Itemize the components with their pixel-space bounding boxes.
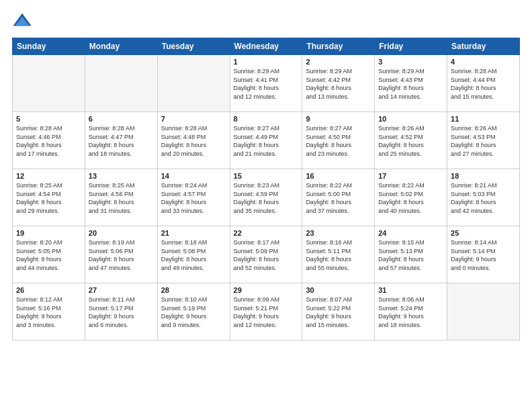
calendar-cell	[85, 55, 157, 112]
calendar-cell: 19Sunrise: 8:20 AM Sunset: 5:05 PM Dayli…	[13, 226, 85, 283]
day-number: 4	[451, 58, 516, 66]
calendar-cell: 18Sunrise: 8:21 AM Sunset: 5:03 PM Dayli…	[447, 169, 520, 226]
day-info: Sunrise: 8:29 AM Sunset: 4:42 PM Dayligh…	[306, 67, 371, 101]
day-info: Sunrise: 8:26 AM Sunset: 4:53 PM Dayligh…	[451, 124, 516, 158]
page: SundayMondayTuesdayWednesdayThursdayFrid…	[0, 0, 532, 411]
week-row-3: 12Sunrise: 8:25 AM Sunset: 4:54 PM Dayli…	[13, 169, 520, 226]
calendar-cell: 7Sunrise: 8:28 AM Sunset: 4:48 PM Daylig…	[157, 112, 230, 169]
calendar-cell: 8Sunrise: 8:27 AM Sunset: 4:49 PM Daylig…	[230, 112, 302, 169]
day-number: 28	[161, 286, 226, 294]
calendar-cell: 24Sunrise: 8:15 AM Sunset: 5:13 PM Dayli…	[375, 226, 447, 283]
day-number: 30	[306, 286, 371, 294]
logo	[12, 11, 36, 31]
calendar-cell: 9Sunrise: 8:27 AM Sunset: 4:50 PM Daylig…	[302, 112, 375, 169]
day-info: Sunrise: 8:27 AM Sunset: 4:50 PM Dayligh…	[306, 124, 371, 158]
day-number: 25	[451, 229, 516, 237]
week-row-2: 5Sunrise: 8:28 AM Sunset: 4:46 PM Daylig…	[13, 112, 520, 169]
day-number: 19	[16, 229, 81, 237]
day-info: Sunrise: 8:25 AM Sunset: 4:54 PM Dayligh…	[16, 181, 81, 215]
day-info: Sunrise: 8:26 AM Sunset: 4:52 PM Dayligh…	[378, 124, 443, 158]
calendar-cell: 1Sunrise: 8:29 AM Sunset: 4:41 PM Daylig…	[230, 55, 302, 112]
calendar-cell: 22Sunrise: 8:17 AM Sunset: 5:09 PM Dayli…	[230, 226, 302, 283]
day-number: 1	[234, 58, 299, 66]
day-number: 5	[16, 115, 81, 123]
day-number: 17	[378, 172, 443, 180]
day-info: Sunrise: 8:24 AM Sunset: 4:57 PM Dayligh…	[161, 181, 226, 215]
calendar-cell: 12Sunrise: 8:25 AM Sunset: 4:54 PM Dayli…	[13, 169, 85, 226]
calendar-cell: 20Sunrise: 8:19 AM Sunset: 5:06 PM Dayli…	[85, 226, 157, 283]
day-number: 29	[234, 286, 299, 294]
day-info: Sunrise: 8:12 AM Sunset: 5:16 PM Dayligh…	[16, 295, 81, 329]
day-info: Sunrise: 8:16 AM Sunset: 5:11 PM Dayligh…	[306, 238, 371, 272]
day-info: Sunrise: 8:19 AM Sunset: 5:06 PM Dayligh…	[89, 238, 154, 272]
day-number: 12	[16, 172, 81, 180]
weekday-header-saturday: Saturday	[447, 38, 520, 55]
day-info: Sunrise: 8:06 AM Sunset: 5:24 PM Dayligh…	[378, 295, 443, 329]
day-number: 8	[234, 115, 299, 123]
day-number: 20	[89, 229, 154, 237]
day-info: Sunrise: 8:29 AM Sunset: 4:43 PM Dayligh…	[378, 67, 443, 101]
day-info: Sunrise: 8:28 AM Sunset: 4:44 PM Dayligh…	[451, 67, 516, 101]
calendar-cell: 3Sunrise: 8:29 AM Sunset: 4:43 PM Daylig…	[375, 55, 447, 112]
calendar-cell: 27Sunrise: 8:11 AM Sunset: 5:17 PM Dayli…	[85, 283, 157, 340]
calendar-cell: 15Sunrise: 8:23 AM Sunset: 4:59 PM Dayli…	[230, 169, 302, 226]
calendar-cell: 4Sunrise: 8:28 AM Sunset: 4:44 PM Daylig…	[447, 55, 520, 112]
weekday-header-wednesday: Wednesday	[230, 38, 302, 55]
day-info: Sunrise: 8:22 AM Sunset: 5:02 PM Dayligh…	[378, 181, 443, 215]
calendar-cell: 21Sunrise: 8:18 AM Sunset: 5:08 PM Dayli…	[157, 226, 230, 283]
weekday-header-monday: Monday	[85, 38, 157, 55]
day-info: Sunrise: 8:10 AM Sunset: 5:19 PM Dayligh…	[161, 295, 226, 329]
day-info: Sunrise: 8:22 AM Sunset: 5:00 PM Dayligh…	[306, 181, 371, 215]
calendar-cell: 29Sunrise: 8:09 AM Sunset: 5:21 PM Dayli…	[230, 283, 302, 340]
calendar-cell: 31Sunrise: 8:06 AM Sunset: 5:24 PM Dayli…	[375, 283, 447, 340]
day-number: 23	[306, 229, 371, 237]
day-info: Sunrise: 8:27 AM Sunset: 4:49 PM Dayligh…	[234, 124, 299, 158]
day-number: 6	[89, 115, 154, 123]
calendar-cell: 17Sunrise: 8:22 AM Sunset: 5:02 PM Dayli…	[375, 169, 447, 226]
calendar-cell: 25Sunrise: 8:14 AM Sunset: 5:14 PM Dayli…	[447, 226, 520, 283]
day-number: 21	[161, 229, 226, 237]
day-info: Sunrise: 8:11 AM Sunset: 5:17 PM Dayligh…	[89, 295, 154, 329]
day-number: 11	[451, 115, 516, 123]
calendar-cell: 13Sunrise: 8:25 AM Sunset: 4:56 PM Dayli…	[85, 169, 157, 226]
day-number: 9	[306, 115, 371, 123]
calendar: SundayMondayTuesdayWednesdayThursdayFrid…	[12, 38, 520, 340]
weekday-header-friday: Friday	[375, 38, 447, 55]
day-info: Sunrise: 8:21 AM Sunset: 5:03 PM Dayligh…	[451, 181, 516, 215]
day-info: Sunrise: 8:28 AM Sunset: 4:46 PM Dayligh…	[16, 124, 81, 158]
weekday-header-sunday: Sunday	[13, 38, 85, 55]
day-info: Sunrise: 8:28 AM Sunset: 4:47 PM Dayligh…	[89, 124, 154, 158]
week-row-1: 1Sunrise: 8:29 AM Sunset: 4:41 PM Daylig…	[13, 55, 520, 112]
calendar-cell	[157, 55, 230, 112]
day-info: Sunrise: 8:18 AM Sunset: 5:08 PM Dayligh…	[161, 238, 226, 272]
day-info: Sunrise: 8:09 AM Sunset: 5:21 PM Dayligh…	[234, 295, 299, 329]
day-number: 13	[89, 172, 154, 180]
day-info: Sunrise: 8:28 AM Sunset: 4:48 PM Dayligh…	[161, 124, 226, 158]
week-row-5: 26Sunrise: 8:12 AM Sunset: 5:16 PM Dayli…	[13, 283, 520, 340]
logo-icon	[12, 11, 32, 31]
day-info: Sunrise: 8:20 AM Sunset: 5:05 PM Dayligh…	[16, 238, 81, 272]
day-number: 3	[378, 58, 443, 66]
calendar-cell: 5Sunrise: 8:28 AM Sunset: 4:46 PM Daylig…	[13, 112, 85, 169]
calendar-cell	[13, 55, 85, 112]
day-number: 22	[234, 229, 299, 237]
calendar-cell: 2Sunrise: 8:29 AM Sunset: 4:42 PM Daylig…	[302, 55, 375, 112]
day-info: Sunrise: 8:29 AM Sunset: 4:41 PM Dayligh…	[234, 67, 299, 101]
day-number: 10	[378, 115, 443, 123]
calendar-cell: 11Sunrise: 8:26 AM Sunset: 4:53 PM Dayli…	[447, 112, 520, 169]
weekday-header-thursday: Thursday	[302, 38, 375, 55]
day-info: Sunrise: 8:14 AM Sunset: 5:14 PM Dayligh…	[451, 238, 516, 272]
calendar-cell: 23Sunrise: 8:16 AM Sunset: 5:11 PM Dayli…	[302, 226, 375, 283]
day-number: 15	[234, 172, 299, 180]
day-info: Sunrise: 8:17 AM Sunset: 5:09 PM Dayligh…	[234, 238, 299, 272]
weekday-header-tuesday: Tuesday	[157, 38, 230, 55]
day-info: Sunrise: 8:25 AM Sunset: 4:56 PM Dayligh…	[89, 181, 154, 215]
calendar-cell: 30Sunrise: 8:07 AM Sunset: 5:22 PM Dayli…	[302, 283, 375, 340]
header	[12, 11, 520, 31]
calendar-cell: 10Sunrise: 8:26 AM Sunset: 4:52 PM Dayli…	[375, 112, 447, 169]
day-number: 18	[451, 172, 516, 180]
calendar-cell	[447, 283, 520, 340]
day-number: 14	[161, 172, 226, 180]
day-number: 26	[16, 286, 81, 294]
calendar-cell: 16Sunrise: 8:22 AM Sunset: 5:00 PM Dayli…	[302, 169, 375, 226]
